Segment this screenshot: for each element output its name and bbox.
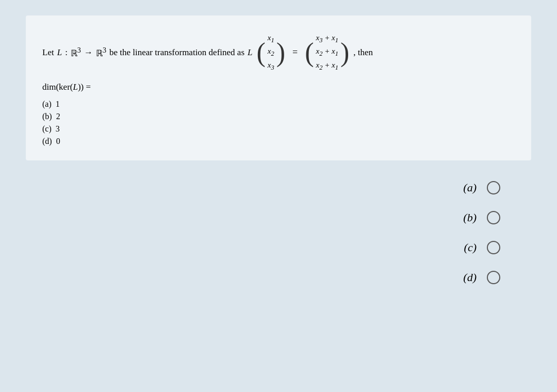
L-label: L: [57, 45, 62, 59]
left-paren-close: ): [276, 39, 285, 66]
question-line: Let L : ℝ3 → ℝ3 be the linear transforma…: [42, 30, 515, 75]
left-paren-open: (: [256, 39, 265, 66]
radio-b[interactable]: [487, 211, 500, 224]
dim-text: dim(ker(L)) =: [42, 82, 91, 92]
cell-out-1: x3 + x1: [316, 32, 338, 45]
codomain-text: ℝ3: [96, 44, 106, 60]
answer-label-b: (b): [463, 211, 477, 224]
cell-out-3: x2 + x1: [316, 59, 338, 73]
cell-x3: x3: [268, 59, 274, 73]
option-b-label: (b) 2: [42, 112, 60, 121]
arrow-text: →: [84, 45, 93, 59]
radio-c[interactable]: [487, 241, 500, 254]
cell-out-2: x2 + x1: [316, 45, 338, 59]
intro-text: Let: [42, 45, 54, 59]
input-matrix: ( x1 x2 x3 ): [256, 30, 285, 75]
option-a: (a) 1: [42, 100, 515, 109]
L-before-matrix: L: [248, 45, 252, 59]
answer-label-c: (c): [464, 241, 477, 254]
cell-x2: x2: [268, 45, 274, 59]
right-paren-close: ): [340, 39, 349, 66]
radio-d[interactable]: [487, 271, 500, 284]
option-d-label: (d) 0: [42, 137, 60, 146]
then-text: , then: [353, 45, 373, 59]
cell-x1: x1: [268, 32, 274, 45]
matrix-cells-output: x3 + x1 x2 + x1 x2 + x1: [314, 30, 340, 75]
be-text: be the linear transformation defined as: [109, 45, 244, 59]
dim-line: dim(ker(L)) =: [42, 82, 515, 92]
answer-row-d: (d): [463, 271, 500, 284]
output-matrix: ( x3 + x1 x2 + x1 x2 + x1 ): [305, 30, 349, 75]
option-c: (c) 3: [42, 124, 515, 134]
right-paren-open: (: [305, 39, 314, 66]
answer-row-b: (b): [463, 211, 500, 224]
equals-sign: =: [292, 45, 298, 60]
answer-label-d: (d): [463, 271, 477, 284]
colon-text: :: [65, 45, 68, 59]
answer-row-a: (a): [463, 181, 500, 194]
answer-row-c: (c): [464, 241, 500, 254]
answer-section: (a) (b) (c) (d): [26, 181, 531, 284]
answer-label-a: (a): [463, 181, 477, 194]
options-list: (a) 1 (b) 2 (c) 3 (d) 0: [42, 100, 515, 146]
option-c-label: (c) 3: [42, 124, 60, 134]
option-b: (b) 2: [42, 112, 515, 121]
option-d: (d) 0: [42, 137, 515, 146]
radio-a[interactable]: [487, 181, 500, 194]
option-a-label: (a) 1: [42, 100, 60, 109]
matrix-cells-input: x1 x2 x3: [266, 30, 276, 75]
domain-text: ℝ3: [71, 44, 81, 60]
question-card: Let L : ℝ3 → ℝ3 be the linear transforma…: [26, 15, 531, 160]
